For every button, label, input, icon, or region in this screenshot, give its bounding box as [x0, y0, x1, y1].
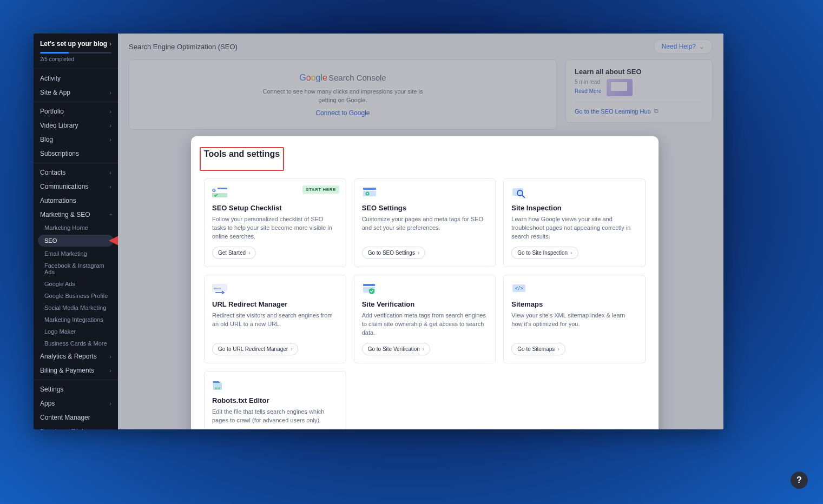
card-title: Robots.txt Editor: [212, 396, 338, 404]
setup-block[interactable]: Let's set up your blog › 2/5 completed: [34, 34, 118, 67]
chevron-right-icon: ›: [109, 400, 111, 407]
card-description: Customize your pages and meta tags for S…: [362, 215, 488, 241]
sub-logo-maker[interactable]: Logo Maker: [34, 326, 118, 337]
svg-text:</>: </>: [515, 286, 523, 291]
tool-card-seo-setup-checklist: GSTART HERESEO Setup ChecklistFollow you…: [204, 178, 346, 267]
page-body: GoogleSearch Console Connect to see how …: [118, 59, 723, 141]
sub-social-media[interactable]: Social Media Marketing: [34, 302, 118, 314]
nav-subscriptions[interactable]: Subscriptions: [34, 147, 118, 161]
nav-blog[interactable]: Blog›: [34, 132, 118, 147]
chevron-right-icon: ›: [109, 89, 111, 96]
tools-and-settings-panel: Tools and settings GSTART HERESEO Setup …: [191, 136, 659, 429]
sitemap-icon: </>: [511, 283, 529, 294]
section-title-highlight: Tools and settings: [200, 147, 284, 171]
card-action-button[interactable]: Go to URL Redirect Manager›: [212, 343, 298, 355]
card-description: Redirect site visitors and search engine…: [212, 311, 338, 337]
sub-business-cards[interactable]: Business Cards & More: [34, 337, 118, 349]
card-action-button[interactable]: Get Started›: [212, 247, 256, 259]
tool-card-url-redirect-manager: wwwURL Redirect ManagerRedirect site vis…: [204, 275, 346, 363]
marketing-submenu: Marketing Home SEO Email Marketing Faceb…: [34, 222, 118, 349]
sub-email-marketing[interactable]: Email Marketing: [34, 248, 118, 260]
nav-developer-tools[interactable]: Developer Tools›: [34, 425, 118, 429]
svg-rect-13: [363, 284, 375, 286]
chevron-right-icon: ›: [570, 250, 572, 256]
nav-site-app[interactable]: Site & App›: [34, 85, 118, 100]
nav-automations[interactable]: Automations: [34, 194, 118, 208]
card-title: Site Inspection: [511, 204, 637, 212]
chevron-right-icon: ›: [248, 250, 250, 256]
inspect-icon: [511, 187, 529, 197]
card-title: Sitemaps: [511, 300, 637, 308]
nav-apps[interactable]: Apps›: [34, 396, 118, 410]
nav-billing[interactable]: Billing & Payments›: [34, 363, 118, 377]
nav-portfolio[interactable]: Portfolio›: [34, 104, 118, 118]
nav-communications[interactable]: Communications›: [34, 180, 118, 194]
card-action-button[interactable]: Go to SEO Settings›: [362, 247, 426, 259]
chevron-right-icon: ›: [109, 353, 111, 360]
chevron-right-icon: ›: [109, 169, 111, 176]
learn-title: Learn all about SEO: [575, 68, 703, 76]
sub-google-ads[interactable]: Google Ads: [34, 278, 118, 290]
nav-settings[interactable]: Settings: [34, 382, 118, 396]
google-search-console-card: GoogleSearch Console Connect to see how …: [129, 59, 557, 130]
sub-marketing-home[interactable]: Marketing Home: [34, 222, 118, 234]
sub-seo[interactable]: SEO: [38, 235, 114, 247]
tool-card-seo-settings: SEO SettingsCustomize your pages and met…: [354, 178, 496, 267]
verify-icon: [362, 283, 379, 294]
sub-marketing-integrations[interactable]: Marketing Integrations: [34, 314, 118, 326]
connect-to-google-link[interactable]: Connect to Google: [315, 109, 370, 117]
need-help-button[interactable]: Need Help? ⌄: [654, 39, 713, 54]
nav-marketing-seo[interactable]: Marketing & SEO›: [34, 208, 118, 222]
nav-contacts[interactable]: Contacts›: [34, 165, 118, 180]
card-action-button[interactable]: Go to Sitemaps›: [511, 343, 565, 355]
svg-text:G: G: [212, 188, 216, 193]
svg-rect-5: [363, 191, 376, 196]
chevron-right-icon: ›: [109, 122, 111, 129]
robots-icon: TXT: [212, 379, 229, 390]
divider: [34, 69, 118, 69]
tool-card-site-inspection: Site InspectionLearn how Google views yo…: [503, 178, 646, 267]
card-title: URL Redirect Manager: [212, 300, 338, 308]
chevron-right-icon: ›: [109, 40, 111, 48]
nav-activity[interactable]: Activity: [34, 71, 118, 85]
nav-content-manager[interactable]: Content Manager: [34, 410, 118, 425]
svg-line-10: [522, 195, 525, 198]
nav-video[interactable]: Video Library›: [34, 118, 118, 132]
chevron-right-icon: ›: [109, 183, 111, 190]
chevron-right-icon: ›: [109, 428, 111, 429]
setup-completed: 2/5 completed: [40, 56, 111, 62]
help-fab[interactable]: ?: [791, 472, 808, 489]
card-description: Learn how Google views your site and tro…: [511, 215, 637, 241]
topbar: Search Engine Optimization (SEO) Need He…: [118, 34, 723, 59]
chevron-up-icon: ›: [107, 214, 114, 216]
card-description: Edit the file that tells search engines …: [212, 408, 338, 425]
gear-icon: [362, 187, 379, 197]
sub-fb-ig-ads[interactable]: Facebook & Instagram Ads: [34, 260, 118, 278]
card-title: Site Verification: [362, 300, 488, 308]
chevron-right-icon: ›: [109, 136, 111, 143]
callout-arrow-icon: [107, 236, 118, 246]
gsc-description: Connect to see how many clicks and impre…: [259, 87, 427, 105]
google-logo: GoogleSearch Console: [299, 73, 386, 83]
sub-google-business[interactable]: Google Business Profile: [34, 290, 118, 302]
card-description: View your site's XML sitemap index & lea…: [511, 311, 637, 337]
chevron-right-icon: ›: [418, 250, 419, 256]
card-description: Follow your personalized checklist of SE…: [212, 215, 338, 241]
svg-text:TXT: TXT: [215, 387, 220, 389]
nav-analytics[interactable]: Analytics & Reports›: [34, 349, 118, 363]
read-more-link[interactable]: Read More: [575, 88, 601, 94]
seo-learning-hub-link[interactable]: Go to the SEO Learning Hub ⧉: [575, 102, 703, 115]
chevron-down-icon: ⌄: [699, 43, 705, 50]
setup-progress: [40, 52, 111, 54]
page-title: Search Engine Optimization (SEO): [129, 43, 238, 51]
tool-card-sitemaps: </>SitemapsView your site's XML sitemap …: [503, 275, 646, 363]
chevron-right-icon: ›: [109, 367, 111, 374]
sidebar: Let's set up your blog › 2/5 completed A…: [34, 34, 118, 429]
learn-seo-card: Learn all about SEO 5 min read Read More…: [565, 59, 713, 123]
section-title: Tools and settings: [204, 149, 280, 159]
card-action-button[interactable]: Go to Site Inspection›: [511, 247, 578, 259]
svg-rect-4: [363, 188, 376, 190]
card-action-button[interactable]: Go to Site Verification›: [362, 343, 431, 355]
tool-card-robots-txt-editor: TXTRobots.txt EditorEdit the file that t…: [204, 371, 346, 429]
card-title: SEO Settings: [362, 204, 488, 212]
